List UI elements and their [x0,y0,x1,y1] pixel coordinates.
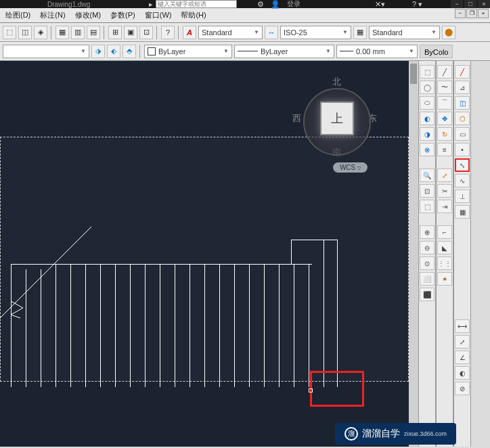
tool-explode[interactable]: ✶ [437,272,452,286]
wcs-badge[interactable]: WCS ▽ [333,162,368,173]
draw-join[interactable]: ⊥ [455,189,470,203]
cursor-pickbox [309,388,313,393]
tool-icon[interactable]: ⊡ [139,26,153,39]
tool-icon[interactable]: ⬚ [3,26,16,39]
tool-icon[interactable]: ◈ [34,26,47,39]
tool-icon[interactable]: ◫ [18,26,32,39]
tool-fillet[interactable]: ⌐ [437,225,452,239]
layer-tool-icon[interactable]: ⬘ [122,45,136,58]
zoom-all[interactable]: ⬜ [420,272,435,286]
viewcube[interactable]: 北 西 东 南 上 [296,68,384,156]
tool-arc[interactable]: ⌒ [437,96,452,110]
tool-icon[interactable]: ⊞ [108,26,122,39]
draw-polygon[interactable]: ⬡ [455,112,470,125]
doc-window-controls: − ❐ × [455,9,489,18]
zoom-extents[interactable]: ⬛ [420,288,435,301]
tool-icon[interactable]: ▥ [71,26,85,39]
user-icon[interactable]: 👤 [271,0,280,9]
layer-dropdown[interactable]: ▼ [3,45,89,58]
dropdown-arrow-icon: ▼ [342,29,348,35]
draw-line[interactable]: ╱ [455,65,470,79]
menu-param[interactable]: 参数(P) [108,9,138,22]
draw-xline[interactable]: ⊿ [455,81,470,94]
tool-icon[interactable]: ▦ [55,26,69,39]
dropdown-arrow-icon: ▼ [81,48,86,54]
canvas[interactable]: 北 西 东 南 上 WCS ▽ [0,61,418,447]
zoom-in[interactable]: ⊕ [420,225,435,239]
font-icon[interactable]: A [183,26,196,39]
lineweight-dropdown[interactable]: 0.00 mm ▼ [336,45,418,58]
compass-west[interactable]: 西 [292,112,301,125]
tool-3d-icon[interactable]: ⊗ [420,143,435,156]
search-input[interactable] [156,0,237,8]
doc-minimize[interactable]: − [455,9,466,18]
draw-break-highlighted[interactable]: ⤡ [456,160,468,171]
draw-hatch[interactable]: ▦ [455,205,470,219]
scrollbar-vertical[interactable] [409,61,418,447]
linetype-dropdown[interactable]: ByLayer ▼ [144,45,232,58]
table-tool-icon[interactable]: ▦ [353,26,367,39]
tool-3d-icon[interactable]: ◑ [420,127,435,141]
tool-line[interactable]: ╱ [437,65,452,79]
linetype2-dropdown[interactable]: ByLayer ▼ [234,45,334,58]
line-preview [238,51,258,51]
tool-offset[interactable]: ≡ [437,143,452,156]
tool-trim[interactable]: ✂ [437,184,452,198]
zoom-out[interactable]: ⊖ [420,241,435,254]
tool-circle[interactable]: ◯ [420,81,435,94]
doc-close[interactable]: × [478,9,489,18]
layer-tool-icon[interactable]: ⬗ [91,45,105,58]
viewcube-top-face[interactable]: 上 [320,102,354,135]
tool-icon[interactable]: ▣ [124,26,137,39]
draw-spline[interactable]: ∿ [455,174,470,187]
compass-north[interactable]: 北 [332,76,341,88]
dim-style-dropdown[interactable]: ISO-25 ▼ [280,26,351,39]
drawing-element [264,264,265,387]
tool-column-1: ⬚ ◯ ⬭ ◐ ◑ ⊗ 🔍 ⊡ ⬚ ⊕ ⊖ ⊙ ⬜ ⬛ [418,61,436,447]
menu-modify[interactable]: 修改(M) [72,9,104,22]
tool-chamfer[interactable]: ◣ [437,241,452,254]
online-icon[interactable]: ⚙ [257,0,264,9]
dim-linear[interactable]: ⟷ [455,319,470,333]
doc-restore[interactable]: ❐ [466,9,477,18]
tool-icon[interactable]: ⬤ [442,26,455,39]
help-icon[interactable]: ? ▾ [412,0,422,9]
exchange-icon[interactable]: ✕▾ [375,0,385,9]
tool-ellipse[interactable]: ⬭ [420,96,435,110]
login-label[interactable]: 登录 [287,0,300,9]
minimize-button[interactable]: − [451,0,463,8]
tool-zoom-window[interactable]: ⬚ [420,65,435,79]
tool-pline[interactable]: 〜 [437,81,452,94]
zoom-realtime[interactable]: 🔍 [420,169,435,182]
menu-window[interactable]: 窗口(W) [142,9,175,22]
layer-tool-icon[interactable]: ⬖ [107,45,120,58]
menu-help[interactable]: 帮助(H) [178,9,208,22]
menu-dimension[interactable]: 标注(N) [37,9,68,22]
tool-array[interactable]: ⋮⋮ [437,256,452,270]
maximize-button[interactable]: □ [464,0,476,8]
draw-mirror[interactable]: ◫ [455,96,470,110]
zoom-window[interactable]: ⊡ [420,184,435,198]
dim-tool-icon[interactable]: ↔ [265,26,278,39]
help-tool-icon[interactable]: ? [161,26,175,39]
menu-draw[interactable]: 绘图(D) [3,9,33,22]
zoom-prev[interactable]: ⬚ [420,200,435,213]
draw-point[interactable]: • [455,143,470,156]
tool-icon[interactable]: ▤ [87,26,100,39]
tool-rotate[interactable]: ↻ [437,127,452,141]
tool-extend[interactable]: ⇥ [437,200,452,213]
tool-scale[interactable]: ⤢ [437,169,452,182]
tool-move[interactable]: ✥ [437,112,452,125]
scrollbar-thumb[interactable] [410,64,417,84]
dim-angular[interactable]: ∠ [455,351,470,364]
draw-rect[interactable]: ▭ [455,127,470,141]
document-title: Drawing1.dwg [47,1,90,8]
tool-3d-icon[interactable]: ◐ [420,112,435,125]
dim-diameter[interactable]: ⊘ [455,382,470,395]
close-button[interactable]: × [478,0,490,8]
text-style-dropdown[interactable]: Standard ▼ [198,26,263,39]
dim-radius[interactable]: ◐ [455,366,470,380]
dim-aligned[interactable]: ⤢ [455,335,470,349]
zoom-center[interactable]: ⊙ [420,256,435,270]
table-style-dropdown[interactable]: Standard ▼ [369,26,440,39]
